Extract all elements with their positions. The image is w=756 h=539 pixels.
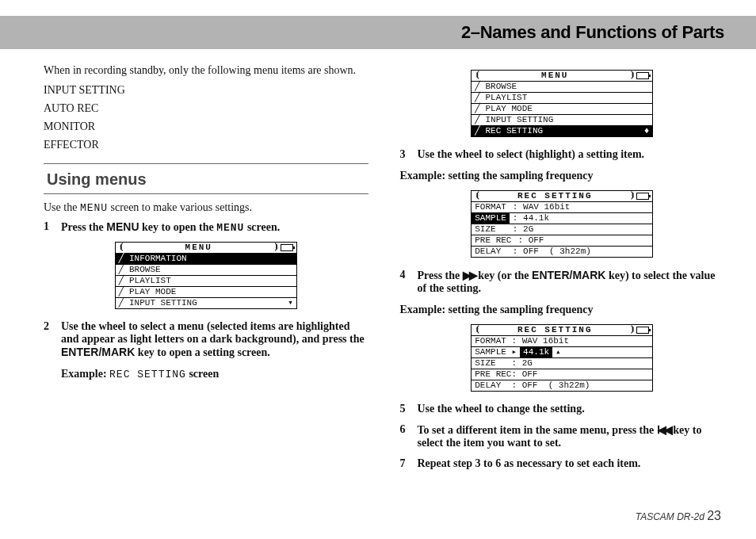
step-3: 3 Use the wheel to select (highlight) a … bbox=[400, 148, 725, 161]
step-7: 7 Repeat step 3 to 6 as necessary to set… bbox=[400, 457, 725, 470]
page-title: 2–Names and Functions of Parts bbox=[461, 22, 724, 43]
lcd-menu-1: ⦗MENU⦘ ╱ INFORMATION ╱ BROWSE ╱ PLAYLIST… bbox=[115, 242, 297, 309]
manual-page: 2–Names and Functions of Parts When in r… bbox=[0, 0, 756, 539]
fast-forward-icon: ▶▶ bbox=[463, 269, 475, 281]
footer: TASCAM DR-2d 23 bbox=[636, 509, 721, 523]
scroll-icon: ♦ bbox=[644, 127, 650, 136]
step-6: 6 To set a different item in the same me… bbox=[400, 423, 725, 449]
down-arrow-icon: ▾ bbox=[288, 299, 293, 308]
use-menu-text: Use the MENU screen to make various sett… bbox=[44, 201, 368, 216]
step-4: 4 Press the ▶▶ key (or the ENTER/MARK ke… bbox=[400, 269, 725, 295]
lcd-rec-setting-2: ⦗REC SETTING⦘ FORMAT : WAV 16bit SAMPLE … bbox=[471, 324, 653, 392]
example-label: Example: REC SETTING screen bbox=[61, 367, 368, 382]
example-label: Example: setting the sampling frequency bbox=[400, 303, 725, 318]
menu-label: MENU bbox=[80, 202, 108, 214]
lcd-row: DELAY : OFF ( 3h22m) bbox=[472, 247, 652, 257]
left-column: When in recording standby, only the foll… bbox=[44, 63, 368, 507]
battery-icon bbox=[281, 244, 293, 251]
lcd-row: ╱ PLAYLIST bbox=[472, 93, 652, 104]
lcd-row: ╱ PLAYLIST bbox=[116, 276, 296, 287]
lcd-row: ╱ INPUT SETTING bbox=[472, 115, 652, 126]
battery-icon bbox=[636, 327, 649, 334]
lcd-row: SAMPLE: 44.1k bbox=[472, 213, 652, 224]
lcd-row: ╱ INFORMATION bbox=[116, 254, 296, 265]
footer-model: TASCAM DR-2d bbox=[636, 511, 707, 522]
rewind-icon: Ⅰ◀◀ bbox=[657, 423, 670, 436]
page-number: 23 bbox=[707, 509, 721, 522]
battery-icon bbox=[636, 72, 649, 79]
menu-item: MONITOR bbox=[44, 120, 368, 135]
lcd-row: ╱ PLAY MODE bbox=[116, 287, 296, 298]
step-5: 5 Use the wheel to change the setting. bbox=[400, 403, 725, 415]
content-columns: When in recording standby, only the foll… bbox=[44, 63, 724, 507]
step-2: 2 Use the wheel to select a menu (select… bbox=[44, 320, 368, 359]
lcd-row: ╱ INPUT SETTING▾ bbox=[116, 298, 296, 308]
lcd-row: PRE REC: OFF bbox=[472, 235, 652, 247]
intro-text: When in recording standby, only the foll… bbox=[44, 63, 368, 78]
lcd-row: PRE REC: OFF bbox=[472, 369, 652, 380]
lcd-menu-2: ⦗MENU⦘ ╱ BROWSE ╱ PLAYLIST ╱ PLAY MODE ╱… bbox=[471, 70, 653, 137]
lcd-row: DELAY : OFF ( 3h22m) bbox=[472, 380, 652, 391]
menu-item: INPUT SETTING bbox=[44, 83, 368, 98]
header-bar: 2–Names and Functions of Parts bbox=[0, 16, 756, 49]
example-label: Example: setting the sampling frequency bbox=[400, 169, 725, 184]
lcd-row: ╱ BROWSE bbox=[472, 82, 652, 93]
step-1: 1 Press the MENU key to open the MENU sc… bbox=[44, 220, 368, 234]
divider bbox=[44, 163, 368, 164]
lcd-rec-setting-1: ⦗REC SETTING⦘ FORMAT: WAV 16bit SAMPLE: … bbox=[471, 190, 653, 258]
lcd-row: FORMAT : WAV 16bit bbox=[472, 336, 652, 347]
lcd-row: FORMAT: WAV 16bit bbox=[472, 202, 652, 213]
lcd-row: ╱ REC SETTING♦ bbox=[472, 126, 652, 136]
menu-item: AUTO REC bbox=[44, 101, 368, 117]
lcd-row: SIZE : 2G bbox=[472, 224, 652, 235]
section-title: Using menus bbox=[44, 170, 368, 189]
right-column: ⦗MENU⦘ ╱ BROWSE ╱ PLAYLIST ╱ PLAY MODE ╱… bbox=[400, 63, 725, 507]
lcd-row: ╱ BROWSE bbox=[116, 265, 296, 276]
menu-item: EFFECTOR bbox=[44, 138, 368, 153]
lcd-row: ╱ PLAY MODE bbox=[472, 104, 652, 115]
lcd-row: SIZE : 2G bbox=[472, 358, 652, 369]
battery-icon bbox=[636, 193, 649, 200]
divider bbox=[44, 193, 368, 194]
lcd-row: SAMPLE ▸44.1k▴ bbox=[472, 347, 652, 358]
